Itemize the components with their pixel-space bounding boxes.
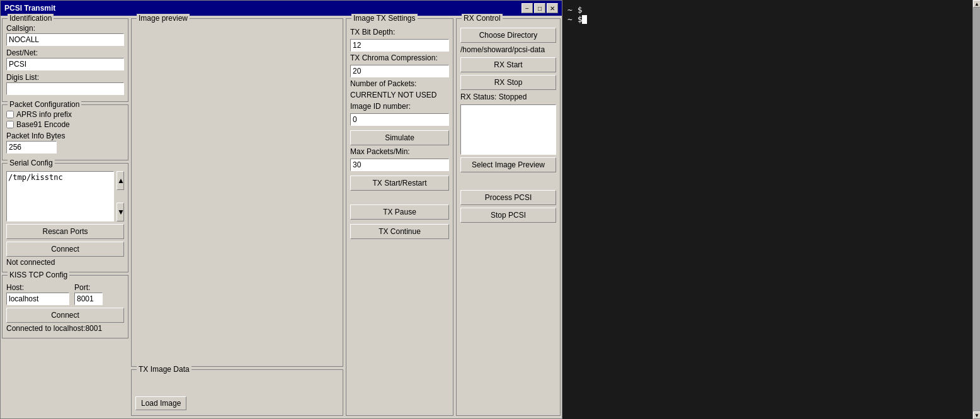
terminal-line1: ~ $ ~ $ bbox=[567, 5, 967, 24]
tx-image-data-title: TX Image Data bbox=[137, 365, 191, 374]
window-controls: − □ ✕ bbox=[521, 3, 558, 13]
callsign-label: Callsign: bbox=[6, 24, 124, 33]
tx-continue-button[interactable]: TX Continue bbox=[350, 224, 449, 239]
terminal-scrollbar: ▲ ▼ bbox=[972, 0, 980, 419]
aprs-checkbox[interactable] bbox=[6, 111, 14, 118]
rx-control-group: RX Control Choose Directory /home/showar… bbox=[456, 18, 561, 416]
packet-config-title: Packet Configuration bbox=[8, 100, 81, 109]
callsign-input[interactable] bbox=[6, 33, 124, 46]
dir-path: /home/showard/pcsi-data bbox=[460, 45, 556, 54]
tcp-connect-button[interactable]: Connect bbox=[6, 308, 124, 323]
tx-settings-group: Image TX Settings TX Bit Depth: TX Chrom… bbox=[346, 18, 453, 416]
minimize-button[interactable]: − bbox=[521, 3, 533, 13]
host-label: Host: bbox=[6, 283, 69, 292]
terminal-cursor bbox=[582, 15, 587, 24]
base91-label: Base91 Encode bbox=[16, 120, 70, 129]
max-packets-label: Max Packets/Min: bbox=[350, 147, 449, 156]
dest-net-input[interactable] bbox=[6, 58, 124, 70]
choose-directory-button[interactable]: Choose Directory bbox=[460, 28, 556, 43]
tx-settings-title: Image TX Settings bbox=[351, 14, 418, 23]
port-label: Port: bbox=[74, 283, 103, 292]
max-packets-input[interactable] bbox=[350, 159, 449, 171]
identification-group: Identification Callsign: Dest/Net: Digis… bbox=[2, 18, 128, 102]
packet-bytes-input[interactable] bbox=[6, 141, 57, 154]
packet-bytes-label: Packet Info Bytes bbox=[6, 131, 124, 140]
dest-net-label: Dest/Net: bbox=[6, 48, 124, 57]
image-preview-title: Image preview bbox=[137, 14, 190, 23]
digis-input[interactable] bbox=[6, 82, 124, 95]
stop-pcsi-button[interactable]: Stop PCSI bbox=[460, 208, 556, 223]
rx-preview-image bbox=[460, 104, 556, 155]
serial-status: Not connected bbox=[6, 257, 124, 268]
image-id-input[interactable] bbox=[350, 113, 449, 126]
digis-label: Digis List: bbox=[6, 73, 124, 82]
host-input[interactable] bbox=[6, 293, 69, 305]
identification-title: Identification bbox=[8, 14, 54, 23]
terminal[interactable]: ~ $ ~ $ bbox=[562, 0, 972, 419]
kiss-tcp-title: KISS TCP Config bbox=[8, 271, 69, 279]
scrollbar-up-button[interactable]: ▲ bbox=[973, 0, 980, 8]
chroma-input[interactable] bbox=[350, 65, 449, 77]
tx-image-data-area bbox=[135, 376, 339, 395]
rx-stop-button[interactable]: RX Stop bbox=[460, 75, 556, 90]
tcp-status: Connected to localhost:8001 bbox=[6, 323, 124, 334]
packet-config-group: Packet Configuration APRS info prefix Ba… bbox=[2, 104, 128, 160]
serial-config-title: Serial Config bbox=[8, 159, 55, 167]
serial-port-textarea[interactable]: /tmp/kisstnc bbox=[6, 171, 114, 221]
rx-control-title: RX Control bbox=[462, 14, 503, 23]
simulate-button[interactable]: Simulate bbox=[350, 130, 449, 145]
serial-scroll-down[interactable]: ▼ bbox=[117, 203, 124, 221]
load-image-button[interactable]: Load Image bbox=[135, 396, 186, 410]
select-image-preview-button[interactable]: Select Image Preview bbox=[460, 157, 556, 172]
tx-image-data-group: TX Image Data Load Image bbox=[131, 369, 343, 416]
rx-start-button[interactable]: RX Start bbox=[460, 57, 556, 72]
tx-start-button[interactable]: TX Start/Restart bbox=[350, 176, 449, 191]
base91-checkbox[interactable] bbox=[6, 121, 14, 128]
maximize-button[interactable]: □ bbox=[534, 3, 545, 13]
tx-pause-button[interactable]: TX Pause bbox=[350, 204, 449, 220]
scrollbar-down-button[interactable]: ▼ bbox=[973, 411, 980, 419]
kiss-tcp-group: KISS TCP Config Host: Port: Connect Conn… bbox=[2, 275, 128, 338]
chroma-label: TX Chroma Compression: bbox=[350, 53, 449, 62]
serial-scroll-up[interactable]: ▲ bbox=[117, 171, 124, 190]
serial-connect-button[interactable]: Connect bbox=[6, 242, 124, 257]
bit-depth-input[interactable] bbox=[350, 39, 449, 52]
port-input[interactable] bbox=[74, 293, 103, 305]
process-pcsi-button[interactable]: Process PCSI bbox=[460, 190, 556, 205]
aprs-label: APRS info prefix bbox=[16, 110, 72, 119]
image-preview-group: Image preview bbox=[131, 18, 343, 367]
rx-status: RX Status: Stopped bbox=[460, 92, 556, 101]
bit-depth-label: TX Bit Depth: bbox=[350, 28, 449, 36]
close-button[interactable]: ✕ bbox=[547, 3, 558, 13]
window-title: PCSI Transmit bbox=[4, 4, 55, 13]
image-id-label: Image ID number: bbox=[350, 102, 449, 111]
image-preview-area bbox=[135, 24, 339, 362]
scrollbar-track bbox=[973, 8, 980, 411]
serial-config-group: Serial Config /tmp/kisstnc ▲ ▼ Rescan Po… bbox=[2, 163, 128, 272]
num-packets-label: Number of Packets: bbox=[350, 79, 449, 88]
num-packets-value: CURRENTLY NOT USED bbox=[350, 91, 449, 99]
rescan-ports-button[interactable]: Rescan Ports bbox=[6, 224, 124, 239]
